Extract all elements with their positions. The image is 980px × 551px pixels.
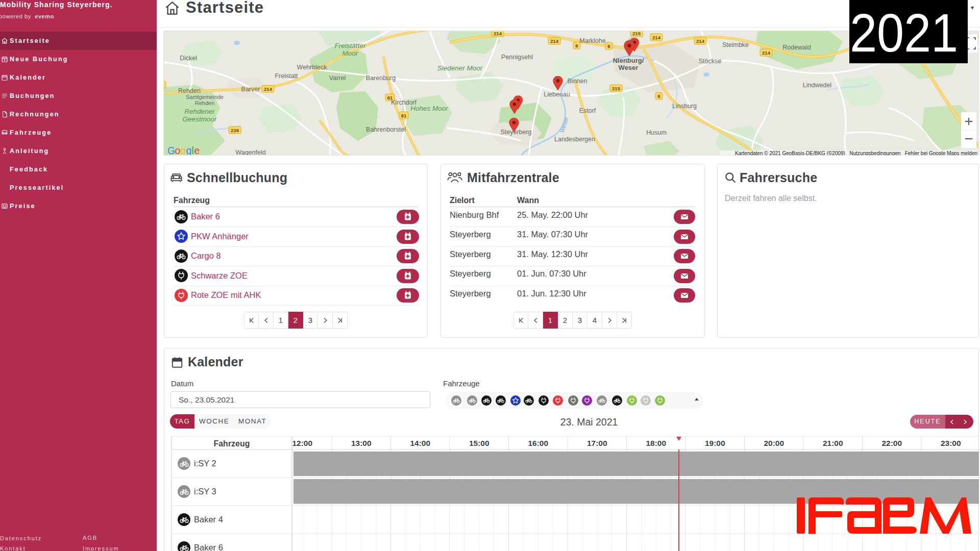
svg-text:12:00: 12:00	[292, 439, 312, 447]
svg-text:Dickel: Dickel	[180, 55, 197, 62]
svg-text:Rehdener: Rehdener	[184, 108, 215, 115]
svg-text:17:00: 17:00	[587, 439, 607, 447]
svg-text:Binnen: Binnen	[568, 78, 587, 85]
svg-text:14:00: 14:00	[410, 439, 430, 447]
svg-text:Weser: Weser	[559, 116, 570, 134]
svg-text:214: 214	[652, 35, 661, 40]
svg-text:Steyerberg: Steyerberg	[500, 129, 531, 136]
svg-text:Barenburg: Barenburg	[366, 74, 396, 82]
svg-text:Wehrbleck: Wehrbleck	[297, 64, 328, 71]
svg-text:239: 239	[231, 128, 239, 133]
svg-text:22:00: 22:00	[881, 439, 902, 447]
svg-text:Rodewald: Rodewald	[782, 44, 811, 51]
svg-text:Barver: Barver	[241, 86, 260, 93]
svg-text:Liebenau: Liebenau	[544, 91, 570, 98]
svg-text:215: 215	[612, 86, 621, 91]
svg-text:Geestmoor: Geestmoor	[183, 115, 217, 123]
svg-text:Varrel: Varrel	[329, 74, 346, 82]
svg-text:Samtgemeinde: Samtgemeinde	[186, 94, 224, 100]
svg-text:Husum: Husum	[646, 129, 667, 136]
svg-text:Weser: Weser	[619, 64, 639, 71]
svg-text:214: 214	[264, 86, 273, 92]
svg-text:6: 6	[657, 93, 660, 99]
svg-text:Linsburg: Linsburg	[672, 103, 697, 110]
svg-text:Nienburg/: Nienburg/	[613, 57, 644, 64]
svg-text:13:00: 13:00	[351, 439, 372, 447]
svg-text:21:00: 21:00	[823, 439, 843, 447]
svg-text:23:00: 23:00	[941, 439, 961, 447]
svg-text:Rehden: Rehden	[178, 87, 201, 94]
svg-text:Moor: Moor	[342, 49, 358, 57]
svg-text:Fahrzeug: Fahrzeug	[213, 439, 250, 448]
svg-text:Freistätter: Freistätter	[335, 42, 366, 49]
svg-text:Estorf: Estorf	[579, 107, 596, 114]
svg-text:Rehden: Rehden	[195, 100, 215, 106]
svg-text:61: 61	[401, 113, 407, 118]
svg-text:Steimbke: Steimbke	[722, 41, 749, 48]
svg-text:6: 6	[607, 43, 610, 49]
svg-text:215: 215	[632, 31, 641, 36]
svg-text:214: 214	[762, 50, 771, 56]
svg-text:e: e	[194, 145, 200, 156]
svg-text:Pennigsehl: Pennigsehl	[501, 54, 533, 61]
svg-text:214: 214	[494, 31, 502, 36]
svg-text:o: o	[181, 145, 186, 156]
svg-text:Hohes Moor: Hohes Moor	[410, 105, 448, 112]
svg-text:Marklohe: Marklohe	[579, 37, 605, 44]
svg-text:20:00: 20:00	[764, 439, 784, 447]
svg-text:Kartendaten © 2021 GeoBasis-DE: Kartendaten © 2021 GeoBasis-DE/BKG (©200…	[735, 151, 977, 156]
svg-text:Landesbergen: Landesbergen	[554, 136, 595, 143]
svg-text:Stöckse: Stöckse	[699, 58, 722, 65]
svg-text:18:00: 18:00	[646, 439, 666, 447]
svg-text:Bahrenborstel: Bahrenborstel	[366, 126, 406, 133]
svg-text:Siedener Moor: Siedener Moor	[437, 64, 483, 72]
svg-text:214: 214	[696, 38, 705, 44]
svg-text:G: G	[167, 145, 175, 156]
svg-text:Wagenfeld: Wagenfeld	[235, 149, 265, 156]
svg-text:g: g	[186, 145, 192, 156]
svg-text:Lindwedel: Lindwedel	[803, 82, 831, 89]
svg-text:19:00: 19:00	[705, 439, 725, 447]
svg-text:o: o	[175, 145, 181, 156]
svg-text:Freistatt: Freistatt	[275, 72, 298, 80]
svg-text:214: 214	[550, 38, 559, 44]
svg-text:15:00: 15:00	[469, 439, 489, 447]
svg-text:6: 6	[575, 43, 578, 48]
svg-text:16:00: 16:00	[528, 439, 548, 447]
svg-text:l: l	[192, 145, 194, 156]
